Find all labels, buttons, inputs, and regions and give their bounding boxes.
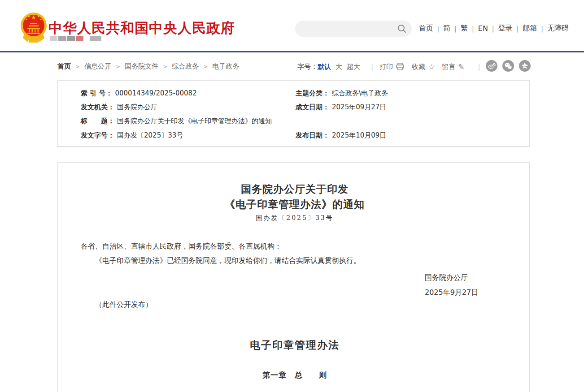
meta-label: 主题分类： [296,89,329,97]
meta-doc-number: 发文字号：国办发〔2025〕33号 [81,131,183,140]
search-bar [295,21,412,37]
search-input[interactable] [295,21,397,37]
document-metadata-box: 索 引 号：000014349/2025-00082 发文机关：国务院办公厅 标… [57,80,530,147]
toolbar-separator: | [478,63,480,71]
nav-separator: | [472,25,474,32]
toolbar-separator: | [371,63,373,71]
pencil-icon: ✎ [458,62,464,71]
document-title-line2: 《电子印章管理办法》的通知 [58,198,531,211]
font-size-large[interactable]: 大 [336,63,342,71]
site-title[interactable]: 中华人民共和国中央人民政府 [48,19,235,38]
meta-issuing-agency: 发文机关：国务院办公厅 [81,103,157,112]
nav-login[interactable]: 登录 [498,24,513,33]
body-paragraph: 《电子印章管理办法》已经国务院同意，现印发给你们，请结合实际认真贯彻执行。 [81,255,498,266]
salutation-paragraph: 各省、自治区、直辖市人民政府，国务院各部委、各直属机构： [81,241,498,252]
nav-simplified[interactable]: 简 [443,24,450,33]
meta-subject-category: 主题分类：综合政务\电子政务 [296,89,388,98]
breadcrumb-separator: > [116,64,120,70]
nav-separator: | [517,25,519,32]
meta-index-number: 索 引 号：000014349/2025-00082 [81,89,197,98]
sign-date: 2025年9月27日 [425,285,478,300]
nav-accessibility[interactable]: 无障碍 [547,24,569,33]
breadcrumb-separator: > [203,64,208,70]
meta-value: 000014349/2025-00082 [115,89,196,97]
public-release-note: （此件公开发布） [95,299,512,310]
font-size-label: 字号： [297,63,318,71]
meta-value: 综合政务\电子政务 [332,89,388,97]
meta-publish-date: 发布日期：2025年10月09日 [296,131,386,140]
meta-written-date: 成文日期：2025年09月27日 [296,103,386,112]
meta-value: 2025年09月27日 [332,103,386,111]
breadcrumb-home[interactable]: 首页 [57,62,71,71]
document-title-line1: 国务院办公厅关于印发 [58,182,531,196]
search-icon[interactable] [397,21,412,37]
meta-value: 国务院办公厅关于印发《电子印章管理办法》的通知 [117,117,272,125]
meta-label: 标 题： [81,117,114,125]
nav-traditional[interactable]: 繁 [461,24,468,33]
comment-button[interactable]: 留言 ✎ [442,62,464,71]
document-content-box: 国务院办公厅关于印发 《电子印章管理办法》的通知 国办发〔2025〕33号 各省… [57,162,530,392]
meta-value: 国办发〔2025〕33号 [117,131,183,139]
site-header: 中华人民共和国中央人民政府 首页 | 简 | 繁 | [0,0,584,52]
favorite-button[interactable]: 收藏 ☆ [412,62,435,71]
breadcrumb-general-affairs[interactable]: 综合政务 [172,62,199,71]
print-button[interactable]: 打印 [379,63,405,71]
nav-mail[interactable]: 邮箱 [523,24,537,33]
meta-label: 发布日期： [296,131,329,139]
qzone-share-icon[interactable] [519,60,531,72]
breadcrumb-separator: > [75,64,80,70]
wechat-share-icon[interactable] [502,60,514,72]
nav-separator: | [454,25,457,32]
page: 中华人民共和国中央人民政府 首页 | 简 | 繁 | [0,0,584,392]
breadcrumb-e-government[interactable]: 电子政务 [212,62,239,71]
favorite-label: 收藏 [412,63,425,71]
font-size-xlarge[interactable]: 超大 [347,63,360,71]
chapter-heading: 第一章 总 则 [58,370,531,380]
law-title: 电子印章管理办法 [58,338,531,352]
comment-label: 留言 [442,63,455,71]
meta-label: 索 引 号： [81,89,112,97]
breadcrumb-state-council-docs[interactable]: 国务院文件 [125,62,158,71]
signer: 国务院办公厅 [425,270,478,285]
nav-home[interactable]: 首页 [419,24,433,33]
national-emblem-logo[interactable] [20,12,48,46]
document-number: 国办发〔2025〕33号 [58,214,531,222]
top-nav: 首页 | 简 | 繁 | EN | 登录 | 邮箱 | 无障碍 [419,24,569,33]
meta-value: 国务院办公厅 [117,103,157,111]
breadcrumb-info-disclosure[interactable]: 信息公开 [84,62,111,71]
font-size-default[interactable]: 默认 [318,63,331,71]
nav-separator: | [492,25,494,32]
print-label: 打印 [379,63,393,71]
meta-title: 标 题：国务院办公厅关于印发《电子印章管理办法》的通知 [81,117,272,125]
weibo-share-icon[interactable] [486,60,497,72]
breadcrumb-separator: > [163,64,167,70]
star-icon: ☆ [428,62,435,71]
nav-english[interactable]: EN [478,24,488,33]
nav-separator: | [437,25,440,32]
page-tools: 字号： 默认 大 超大 | 打印 收藏 ☆ 留言 ✎ | [297,62,487,71]
nav-separator: | [541,25,543,32]
printer-icon [396,63,405,71]
share-icons [486,60,531,72]
meta-label: 发文机关： [81,103,114,111]
blurred-subtitle [50,36,101,41]
breadcrumb: 首页 > 信息公开 > 国务院文件 > 综合政务 > 电子政务 [57,62,239,71]
meta-value: 2025年10月09日 [332,131,386,139]
meta-label: 成文日期： [296,103,329,111]
signature-block: 国务院办公厅 2025年9月27日 [425,270,478,300]
meta-label: 发文字号： [81,131,114,139]
